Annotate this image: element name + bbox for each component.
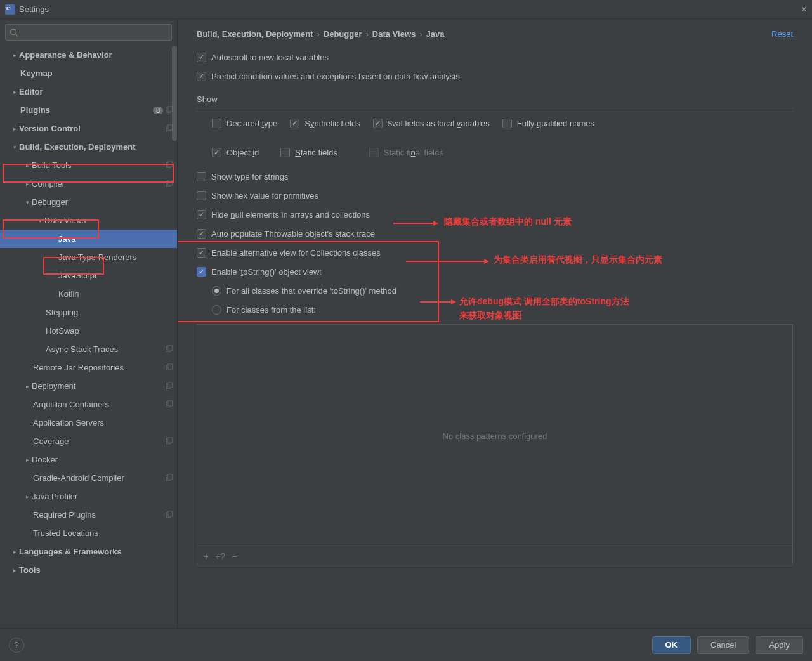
breadcrumb-item[interactable]: Build, Execution, Deployment xyxy=(197,29,313,39)
tree-item-label: Trusted Locations xyxy=(33,528,98,538)
tree-item-label: Languages & Frameworks xyxy=(19,547,122,556)
checkbox[interactable] xyxy=(197,248,206,258)
checkbox[interactable] xyxy=(280,148,290,157)
chevron-icon: ▸ xyxy=(24,494,30,500)
chevron-icon: ▾ xyxy=(24,199,30,206)
tree-item[interactable]: ▾Data Views xyxy=(0,211,177,230)
help-icon[interactable]: ? xyxy=(9,638,24,653)
chevron-icon: ▾ xyxy=(11,144,18,150)
tree-item[interactable]: ▸Languages & Frameworks xyxy=(0,542,177,561)
tree-item[interactable]: Kotlin xyxy=(0,285,177,303)
tree-item[interactable]: Async Stack Traces xyxy=(0,340,177,358)
copy-icon xyxy=(165,106,173,114)
cancel-button[interactable]: Cancel xyxy=(697,636,749,654)
radio[interactable] xyxy=(212,286,221,296)
tree-item[interactable]: ▸Compiler xyxy=(0,174,177,193)
tree-item-label: Coverage xyxy=(33,436,69,446)
tree-item-label: Data Views xyxy=(44,216,86,225)
tree-item[interactable]: ▸Java Profiler xyxy=(0,487,177,506)
checkbox[interactable] xyxy=(373,119,383,128)
tree-item[interactable]: Required Plugins xyxy=(0,506,177,524)
copy-icon xyxy=(165,363,173,372)
tree-item-label: Java Type Renderers xyxy=(58,252,136,262)
tree-item-label: HotSwap xyxy=(46,326,79,336)
reset-link[interactable]: Reset xyxy=(771,29,793,39)
chevron-right-icon: › xyxy=(317,29,319,39)
checkbox[interactable] xyxy=(369,148,379,157)
tree-item-label: Version Control xyxy=(19,124,81,133)
svg-point-0 xyxy=(11,29,16,35)
chevron-icon: ▸ xyxy=(11,549,18,555)
tree-item[interactable]: ▸Version Control xyxy=(0,119,177,138)
close-icon[interactable]: × xyxy=(801,4,807,15)
checkbox[interactable] xyxy=(197,267,206,277)
checkbox[interactable] xyxy=(212,148,221,157)
tree-item-label: Java xyxy=(58,234,75,244)
svg-rect-17 xyxy=(168,401,173,406)
add-icon[interactable]: + xyxy=(204,551,209,561)
chevron-right-icon: › xyxy=(365,29,368,39)
section-label: Show xyxy=(197,95,793,108)
tree-item[interactable]: JavaScript xyxy=(0,266,177,285)
sidebar: ▸Appearance & BehaviorKeymap▸EditorPlugi… xyxy=(0,19,178,628)
copy-icon xyxy=(165,511,173,519)
tree-item[interactable]: HotSwap xyxy=(0,322,177,340)
tree-item-label: Deployment xyxy=(32,381,75,391)
svg-rect-19 xyxy=(168,438,173,443)
tree-item[interactable]: ▸Editor xyxy=(0,82,177,101)
tree-item-label: Debugger xyxy=(32,197,68,207)
tree-item[interactable]: Arquillian Containers xyxy=(0,395,177,414)
copy-icon xyxy=(165,382,173,390)
ok-button[interactable]: OK xyxy=(652,636,691,654)
tree-item[interactable]: ▸Build Tools xyxy=(0,156,177,174)
checkbox[interactable] xyxy=(197,191,206,200)
checkbox[interactable] xyxy=(197,53,206,62)
badge: 8 xyxy=(153,107,163,114)
option-label: $val fields as local variables xyxy=(388,119,490,128)
tree-item[interactable]: Plugins8 xyxy=(0,101,177,119)
tree-item[interactable]: Stepping xyxy=(0,303,177,322)
search-field[interactable] xyxy=(21,28,167,37)
option-label: Enable 'toString()' object view: xyxy=(211,267,322,277)
checkbox[interactable] xyxy=(197,72,206,81)
tree-item[interactable]: Trusted Locations xyxy=(0,524,177,542)
search-input[interactable] xyxy=(5,24,172,41)
tree-item[interactable]: ▸Appearance & Behavior xyxy=(0,46,177,64)
breadcrumb-item[interactable]: Data Views xyxy=(372,29,416,39)
tree-item[interactable]: Java xyxy=(0,230,177,248)
tree-item[interactable]: Application Servers xyxy=(0,414,177,432)
chevron-icon: ▸ xyxy=(24,457,30,463)
option-label: Show hex value for primitives xyxy=(211,191,318,200)
tree-item[interactable]: ▾Build, Execution, Deployment xyxy=(0,138,177,156)
tree-item[interactable]: Remote Jar Repositories xyxy=(0,358,177,377)
tree-item-label: Stepping xyxy=(46,308,78,317)
tree-item-label: Compiler xyxy=(32,179,65,188)
tree-item[interactable]: Java Type Renderers xyxy=(0,248,177,266)
tree-item[interactable]: ▸Tools xyxy=(0,561,177,579)
checkbox[interactable] xyxy=(197,229,206,239)
tree-item[interactable]: Gradle-Android Compiler xyxy=(0,469,177,487)
svg-rect-15 xyxy=(168,383,173,388)
tree-item[interactable]: Keymap xyxy=(0,64,177,82)
checkbox[interactable] xyxy=(290,119,299,128)
tree-item[interactable]: ▸Docker xyxy=(0,450,177,469)
tree-item[interactable]: ▾Debugger xyxy=(0,193,177,211)
add-pattern-icon[interactable]: +? xyxy=(215,551,225,561)
breadcrumb-item[interactable]: Debugger xyxy=(324,29,362,39)
checkbox[interactable] xyxy=(212,119,221,128)
apply-button[interactable]: Apply xyxy=(756,636,803,654)
tree-item-label: Plugins xyxy=(20,105,50,115)
copy-icon xyxy=(165,474,173,482)
option-label: Hide null elements in arrays and collect… xyxy=(211,210,370,219)
radio[interactable] xyxy=(212,305,221,315)
checkbox[interactable] xyxy=(197,210,206,219)
tree-item[interactable]: ▸Deployment xyxy=(0,377,177,395)
option-label: Synthetic fields xyxy=(304,119,360,128)
tree-item-label: Arquillian Containers xyxy=(33,400,109,409)
tree-item[interactable]: Coverage xyxy=(0,432,177,450)
checkbox[interactable] xyxy=(502,119,512,128)
settings-content: Autoscroll to new local variables Predic… xyxy=(178,48,812,628)
tree-item-label: Kotlin xyxy=(58,289,79,299)
checkbox[interactable] xyxy=(197,172,206,181)
remove-icon[interactable]: − xyxy=(232,551,237,561)
